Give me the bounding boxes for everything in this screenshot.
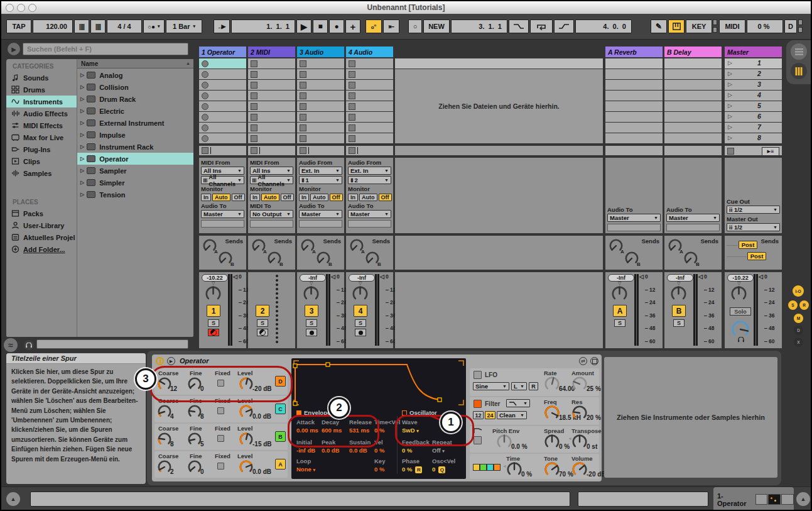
automation-arm-button[interactable]: oo (365, 19, 382, 33)
scene-slot-6[interactable]: ▷6 (725, 112, 782, 122)
volume-fader-handle[interactable]: ◁ (698, 273, 703, 280)
browser-item-electric[interactable]: ▷Electric (77, 105, 193, 117)
clip-slot[interactable] (248, 101, 295, 111)
track-activator-button[interactable]: 3 (305, 305, 318, 317)
operator-param[interactable]: -inf dB (296, 447, 315, 454)
show-io-toggle[interactable]: I-O (793, 285, 804, 297)
scene-slot-2[interactable]: ▷2 (725, 69, 782, 79)
lfo-wave-chooser[interactable]: Sine▼ (473, 382, 509, 390)
sidebar-place-aktuelles-projel[interactable]: Aktuelles Projel (6, 231, 77, 243)
punch-out-button[interactable] (554, 19, 574, 33)
device-chain-tab[interactable]: 1-Operator (713, 487, 794, 511)
loop-start-display[interactable]: 3. 1. 1 (451, 19, 507, 33)
lfo-retrigger-button[interactable]: R (529, 382, 538, 390)
computer-midi-keyboard-button[interactable] (668, 19, 685, 33)
clip-slot[interactable] (346, 133, 393, 143)
osc-state-square-1[interactable] (480, 464, 487, 471)
show-info-view-button[interactable]: ▲ (6, 492, 20, 506)
input-type-chooser[interactable]: Ext. In▼ (348, 167, 391, 175)
rate-knob[interactable] (544, 376, 560, 395)
browser-item-sampler[interactable]: ▷Sampler (77, 165, 193, 177)
track-header-4[interactable]: 4 Audio (346, 47, 393, 57)
monitor-auto-button[interactable]: Auto (212, 194, 230, 201)
tap-tempo-button[interactable]: TAP (6, 19, 31, 33)
clip-slot[interactable] (297, 101, 344, 111)
track-header-1[interactable]: 1 Operator (199, 47, 246, 57)
track-activator-button[interactable]: 4 (354, 305, 367, 317)
clip-slot[interactable] (297, 133, 344, 143)
clip-slot[interactable] (297, 58, 344, 69)
solo-button[interactable]: S (614, 319, 625, 327)
device-drop-area[interactable]: Ziehen Sie Instrumente oder Samples hier… (604, 357, 777, 478)
monitor-in-button[interactable]: In (201, 194, 211, 201)
scene-slot-3[interactable]: ▷3 (725, 80, 782, 90)
pan-knob[interactable] (205, 285, 222, 305)
clip-stop-slot[interactable] (248, 146, 295, 155)
browser-item-instrument-rack[interactable]: ▷Instrument Rack (77, 141, 193, 153)
input-channel-chooser[interactable]: ▮1▼ (299, 176, 342, 184)
output-type-chooser[interactable]: Master▼ (348, 210, 391, 218)
clip-slot[interactable] (346, 69, 393, 79)
output-type-chooser[interactable]: No Output▼ (250, 210, 293, 218)
clip-slot[interactable] (297, 91, 344, 101)
clip-slot[interactable] (248, 58, 295, 69)
osc-state-square-0[interactable] (473, 464, 480, 471)
browser-item-drum-rack[interactable]: ▷Drum Rack (77, 93, 193, 105)
clip-slot[interactable] (248, 123, 295, 133)
filter-slope-24-button[interactable]: 24 (485, 411, 495, 419)
quantization-menu[interactable]: 1 Bar▾ (166, 19, 202, 33)
show-returns-toggle[interactable]: R (799, 300, 809, 310)
monitor-in-button[interactable]: In (348, 194, 358, 201)
draw-mode-button[interactable]: ✎ (651, 19, 667, 33)
new-scene-button[interactable]: NEW (423, 19, 450, 33)
scene-slot-5[interactable]: ▷5 (725, 101, 782, 111)
spread-knob[interactable] (544, 434, 560, 453)
scene-slot-4[interactable]: ▷4 (725, 91, 782, 101)
metronome-button[interactable]: ○●▾ (143, 19, 165, 33)
monitor-in-button[interactable]: In (299, 194, 309, 201)
monitor-off-button[interactable]: Off (330, 194, 343, 201)
record-button[interactable]: ● (329, 19, 344, 33)
sidebar-item-midi-effects[interactable]: MIDI Effects (6, 119, 77, 131)
tone-knob[interactable] (544, 461, 560, 480)
show-crossfade-toggle[interactable]: X (794, 338, 803, 347)
session-view-button[interactable] (791, 63, 807, 79)
scene-slot-1[interactable]: ▷1 (725, 58, 782, 69)
clip-slot[interactable] (248, 133, 295, 143)
transpose-knob[interactable] (571, 434, 588, 453)
sidebar-item-instruments[interactable]: Instruments (6, 96, 77, 107)
clip-slot[interactable] (346, 91, 393, 101)
key-map-button[interactable]: KEY (686, 19, 712, 33)
level-knob[interactable] (239, 404, 254, 422)
output-type-chooser[interactable]: Master▼ (666, 214, 720, 222)
play-button[interactable]: ▶ (296, 19, 311, 33)
arm-button[interactable] (208, 329, 219, 336)
volume-fader-handle[interactable]: ◁ (331, 273, 335, 280)
track-activator-button[interactable]: 1 (207, 305, 220, 317)
show-mixer-toggle[interactable]: M (794, 314, 803, 323)
disclosure-icon[interactable]: ▷ (80, 192, 84, 197)
operator-param[interactable]: 0Q (432, 466, 445, 473)
clip-stop-slot[interactable] (199, 146, 246, 155)
loop-switch[interactable] (530, 19, 553, 33)
hot-swap-button[interactable]: ⇄ (579, 357, 587, 365)
fixed-checkbox[interactable] (217, 407, 224, 414)
browser-item-operator[interactable]: ▷Operator (77, 153, 193, 165)
sidebar-item-audio-effects[interactable]: Audio Effects (6, 107, 77, 119)
preview-scrub-bar[interactable] (36, 339, 188, 349)
session-drop-area[interactable]: Ziehen Sie Dateien und Geräte hierhin. (395, 69, 603, 143)
output-type-chooser[interactable]: Master▼ (299, 210, 342, 218)
clip-slot[interactable] (248, 112, 295, 122)
pan-knob[interactable] (352, 285, 369, 305)
clip-slot[interactable] (297, 80, 344, 90)
monitor-off-button[interactable]: Off (379, 194, 392, 201)
pitch-env-knob[interactable] (496, 434, 512, 453)
operator-param[interactable]: Off ▾ (432, 447, 445, 454)
quantize-button[interactable]: Q (438, 466, 445, 473)
osc-state-square-3[interactable] (494, 464, 501, 471)
monitor-auto-button[interactable]: Auto (261, 194, 279, 201)
clip-stop-slot[interactable] (346, 146, 393, 155)
master-track-header[interactable]: Master (725, 47, 782, 57)
scene-play-icon[interactable]: ▷ (728, 124, 732, 130)
monitor-auto-button[interactable]: Auto (359, 194, 377, 201)
